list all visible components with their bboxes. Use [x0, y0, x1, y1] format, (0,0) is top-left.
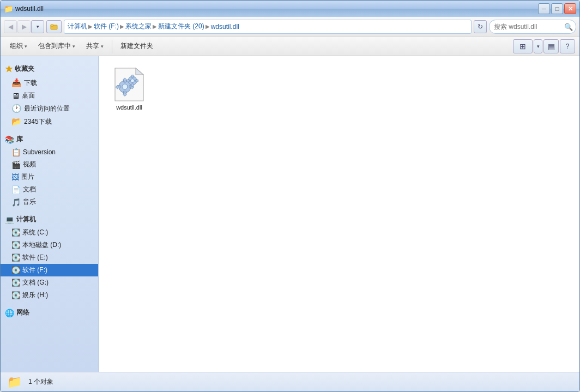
music-library-icon: 🎵	[11, 198, 21, 207]
breadcrumb-item-f[interactable]: 软件 (F:)	[94, 22, 119, 31]
svg-rect-1	[51, 25, 53, 26]
file-name-label: wdsutil.dll	[116, 104, 142, 111]
network-icon: 🌐	[5, 309, 14, 317]
search-input[interactable]	[489, 20, 576, 34]
statusbar-folder-icon: 📁	[7, 375, 22, 389]
sidebar: ★ 收藏夹 📥 下载 🖥 桌面 🕐 最近访问的位置 📂 2345下载	[1, 56, 99, 372]
recent-folder-icon: 🕐	[11, 104, 22, 113]
content-area: wdsutil.dll	[99, 56, 579, 372]
help-button[interactable]: ?	[560, 39, 575, 53]
view-options-button[interactable]: ⊞	[513, 39, 533, 53]
share-button[interactable]: 共享 ▾	[81, 39, 108, 54]
view-dropdown-button[interactable]: ▾	[534, 39, 542, 53]
computer-icon: 💻	[5, 215, 14, 224]
titlebar-left: 📁 wdsutil.dll	[4, 4, 44, 13]
svg-point-5	[122, 84, 128, 89]
window: 📁 wdsutil.dll ─ □ ✕ ◀ ▶ ▾ 计算机 ▶ 软件 (F:) …	[0, 0, 580, 392]
dropdown-arrow-button[interactable]: ▾	[31, 20, 44, 33]
statusbar-count: 1 个对象	[28, 377, 53, 387]
titlebar-title: wdsutil.dll	[15, 5, 44, 13]
share-arrow-icon: ▾	[101, 44, 104, 49]
computer-header[interactable]: 💻 计算机	[1, 212, 98, 226]
svg-rect-18	[127, 80, 130, 82]
desktop-folder-icon: 🖥	[11, 91, 20, 100]
breadcrumb-item-newfolder[interactable]: 新建文件夹 (20)	[158, 22, 204, 31]
sidebar-item-drive-d[interactable]: 💽 本地磁盘 (D:)	[1, 239, 98, 251]
minimize-button[interactable]: ─	[538, 3, 550, 14]
new-folder-button[interactable]: 新建文件夹	[116, 39, 158, 54]
video-library-icon: 🎬	[11, 160, 21, 169]
network-header[interactable]: 🌐 网络	[1, 305, 98, 319]
refresh-button[interactable]: ↻	[474, 20, 487, 33]
sidebar-item-document[interactable]: 📄 文档	[1, 183, 98, 196]
sidebar-item-recent[interactable]: 🕐 最近访问的位置	[1, 102, 98, 115]
breadcrumb-item-file[interactable]: wdsutil.dll	[211, 23, 239, 31]
up-button[interactable]	[46, 20, 62, 33]
drive-f-icon: 💽	[11, 266, 20, 274]
forward-button[interactable]: ▶	[17, 20, 31, 33]
sidebar-item-picture[interactable]: 🖼 图片	[1, 171, 98, 183]
titlebar-folder-icon: 📁	[4, 4, 13, 13]
svg-rect-17	[131, 84, 134, 87]
sidebar-item-drive-h[interactable]: 💽 娱乐 (H:)	[1, 289, 98, 301]
nav-buttons: ◀ ▶ ▾	[4, 20, 44, 33]
library-icon: 📚	[5, 135, 14, 144]
toolbar: 组织 ▾ 包含到库中 ▾ 共享 ▾ 新建文件夹 ⊞ ▾ ▤ ?	[1, 37, 579, 56]
star-icon: ★	[5, 64, 13, 74]
document-library-icon: 📄	[11, 185, 21, 194]
file-grid: wdsutil.dll	[107, 65, 571, 113]
sidebar-item-drive-e[interactable]: 💽 软件 (E:)	[1, 251, 98, 264]
sidebar-item-drive-c[interactable]: 💽 系统 (C:)	[1, 226, 98, 239]
file-item-wdsutil[interactable]: wdsutil.dll	[107, 65, 151, 113]
sidebar-item-video[interactable]: 🎬 视频	[1, 158, 98, 171]
include-library-button[interactable]: 包含到库中 ▾	[33, 39, 80, 54]
special-folder-icon: 📂	[11, 117, 22, 126]
folder-nav-icon	[50, 23, 58, 31]
close-button[interactable]: ✕	[564, 3, 576, 14]
breadcrumb-item-syzhijia[interactable]: 系统之家	[125, 22, 152, 31]
svg-point-15	[131, 79, 135, 83]
drive-h-icon: 💽	[11, 291, 20, 299]
sidebar-item-desktop[interactable]: 🖥 桌面	[1, 89, 98, 102]
addressbar: ◀ ▶ ▾ 计算机 ▶ 软件 (F:) ▶ 系统之家 ▶ 新建文件夹 (20) …	[1, 17, 579, 37]
sidebar-item-drive-g[interactable]: 💽 文档 (G:)	[1, 276, 98, 289]
include-arrow-icon: ▾	[72, 44, 75, 49]
drive-g-icon: 💽	[11, 279, 20, 287]
main: ★ 收藏夹 📥 下载 🖥 桌面 🕐 最近访问的位置 📂 2345下载	[1, 56, 579, 372]
drive-c-icon: 💽	[11, 228, 20, 237]
sidebar-item-drive-f[interactable]: 💽 软件 (F:)	[1, 264, 98, 276]
search-icon[interactable]: 🔍	[564, 22, 573, 31]
statusbar: 📁 1 个对象	[1, 372, 579, 391]
maximize-button[interactable]: □	[551, 3, 563, 14]
sidebar-item-2345[interactable]: 📂 2345下载	[1, 115, 98, 128]
file-icon-wrap	[112, 67, 147, 102]
drive-e-icon: 💽	[11, 254, 20, 262]
dll-file-icon	[114, 67, 144, 102]
favorites-header[interactable]: ★ 收藏夹	[1, 61, 98, 76]
picture-library-icon: 🖼	[11, 173, 19, 182]
breadcrumb-item-computer[interactable]: 计算机	[68, 22, 87, 31]
titlebar-buttons: ─ □ ✕	[538, 3, 576, 14]
breadcrumb[interactable]: 计算机 ▶ 软件 (F:) ▶ 系统之家 ▶ 新建文件夹 (20) ▶ wdsu…	[64, 20, 472, 34]
sidebar-item-subversion[interactable]: 📋 Subversion	[1, 146, 98, 158]
titlebar: 📁 wdsutil.dll ─ □ ✕	[1, 1, 579, 17]
library-header[interactable]: 📚 库	[1, 131, 98, 146]
svg-rect-19	[136, 80, 138, 82]
drive-d-icon: 💽	[11, 241, 20, 249]
sidebar-item-music[interactable]: 🎵 音乐	[1, 196, 98, 208]
subversion-library-icon: 📋	[11, 148, 21, 156]
organize-button[interactable]: 组织 ▾	[5, 39, 32, 54]
organize-arrow-icon: ▾	[25, 44, 27, 49]
download-folder-icon: 📥	[11, 78, 22, 88]
sidebar-item-download[interactable]: 📥 下载	[1, 76, 98, 89]
search-container: 🔍	[489, 20, 576, 34]
svg-rect-16	[131, 75, 134, 78]
toolbar-separator	[112, 40, 112, 53]
preview-pane-button[interactable]: ▤	[543, 39, 559, 53]
back-button[interactable]: ◀	[4, 20, 17, 33]
svg-marker-3	[136, 68, 143, 75]
